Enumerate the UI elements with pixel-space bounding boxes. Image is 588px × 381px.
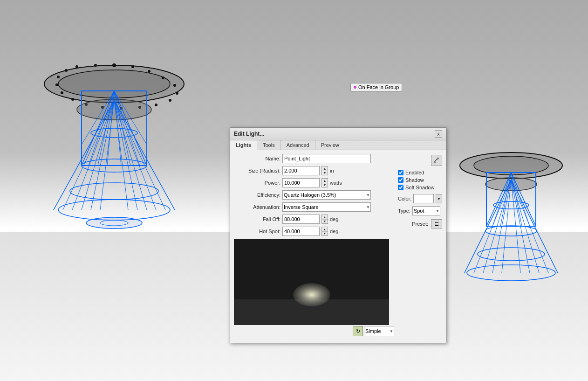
power-row: Power: ▲ ▼ watts	[234, 178, 394, 187]
preset-row: Preset: ☰	[398, 219, 442, 229]
soft-shadow-checkbox[interactable]	[398, 185, 403, 190]
enabled-label: Enabled	[405, 170, 424, 175]
wireframe-svg-right	[448, 140, 574, 289]
efficiency-select[interactable]: Quartz Halogen (3.5%) Incandescent (5%) …	[282, 190, 371, 200]
falloff-spinner[interactable]: ▲ ▼	[321, 215, 328, 224]
preview-area: ↻ Simple Full ▼	[234, 239, 394, 336]
svg-point-17	[57, 76, 60, 78]
tab-tools[interactable]: Tools	[257, 140, 281, 150]
wireframe-fixture-right	[448, 140, 574, 291]
tab-preview[interactable]: Preview	[315, 140, 345, 150]
hotspot-input[interactable]	[282, 227, 320, 236]
color-swatch[interactable]	[413, 194, 434, 203]
svg-point-20	[94, 64, 97, 67]
preview-mode-select[interactable]: Simple Full	[364, 326, 394, 336]
svg-point-75	[478, 248, 545, 261]
svg-line-34	[114, 100, 175, 210]
svg-point-4	[148, 70, 150, 73]
falloff-label: Fall Off:	[234, 216, 280, 222]
svg-point-73	[493, 201, 529, 209]
size-spinner-down[interactable]: ▼	[322, 171, 328, 175]
edit-light-dialog: Edit Light... x Lights Tools Advanced Pr…	[230, 127, 446, 343]
efficiency-row: Efficiency: Quartz Halogen (3.5%) Incand…	[234, 190, 394, 200]
power-unit: watts	[330, 180, 342, 186]
power-spinner-up[interactable]: ▲	[322, 179, 328, 183]
size-label: Size (Radius):	[234, 168, 280, 173]
preview-light-spot	[293, 283, 330, 306]
hotspot-label: Hot Spot:	[234, 229, 280, 234]
shadow-row: Shadow	[398, 177, 442, 183]
tab-lights[interactable]: Lights	[230, 140, 257, 150]
svg-point-21	[77, 99, 151, 120]
dialog-titlebar: Edit Light... x	[230, 128, 446, 140]
size-unit: in	[330, 168, 334, 173]
preview-mode-wrapper: Simple Full ▼	[364, 326, 394, 336]
falloff-spinner-up[interactable]: ▲	[322, 215, 328, 220]
falloff-spinner-down[interactable]: ▼	[322, 220, 328, 224]
color-dropdown-button[interactable]: ▼	[436, 194, 442, 203]
enabled-row: Enabled	[398, 170, 442, 175]
efficiency-label: Efficiency:	[234, 192, 280, 198]
attenuation-row: Attenuation: Inverse Square Linear Const…	[234, 202, 394, 212]
preset-button[interactable]: ☰	[431, 219, 442, 229]
eyedropper-icon	[433, 157, 440, 164]
wireframe-fixture-left	[28, 47, 200, 244]
falloff-input[interactable]	[282, 215, 320, 224]
svg-point-7	[176, 92, 178, 95]
svg-point-6	[173, 84, 176, 87]
dialog-right-panel: Enabled Shadow Soft Shadow Color: ▼	[398, 154, 442, 339]
preview-canvas	[234, 239, 389, 325]
shadow-checkbox[interactable]	[398, 177, 403, 183]
hotspot-row: Hot Spot: ▲ ▼ deg.	[234, 227, 394, 236]
hotspot-spinner[interactable]: ▲ ▼	[321, 227, 328, 236]
name-input[interactable]	[282, 154, 371, 163]
name-label: Name:	[234, 156, 280, 161]
svg-point-5	[162, 76, 164, 79]
svg-point-74	[485, 226, 537, 236]
tooltip-dot	[354, 86, 356, 89]
efficiency-select-wrapper: Quartz Halogen (3.5%) Incandescent (5%) …	[282, 190, 371, 200]
dialog-title: Edit Light...	[234, 131, 264, 137]
attenuation-select[interactable]: Inverse Square Linear Constant None	[282, 202, 371, 212]
svg-point-15	[61, 91, 63, 94]
type-row: Type: Spot Point Distant Area ▼	[398, 206, 442, 215]
dialog-form: Name: Size (Radius): ▲ ▼ in Power:	[234, 154, 394, 339]
hotspot-spinner-up[interactable]: ▲	[322, 227, 328, 232]
svg-point-76	[467, 265, 555, 281]
falloff-unit: deg.	[330, 216, 340, 222]
tab-advanced[interactable]: Advanced	[281, 140, 315, 150]
svg-point-18	[65, 69, 68, 72]
power-input[interactable]	[282, 178, 320, 187]
dialog-body: Name: Size (Radius): ▲ ▼ in Power:	[230, 150, 446, 343]
svg-point-2	[112, 63, 116, 67]
preview-controls: ↻ Simple Full ▼	[234, 326, 394, 336]
falloff-row: Fall Off: ▲ ▼ deg.	[234, 215, 394, 224]
size-spinner[interactable]: ▲ ▼	[321, 166, 328, 175]
name-row: Name:	[234, 154, 394, 163]
hotspot-unit: deg.	[330, 229, 340, 234]
dialog-close-button[interactable]: x	[435, 130, 442, 138]
tooltip-text: On Face in Group	[358, 84, 399, 90]
color-label: Color:	[398, 196, 411, 201]
svg-point-1	[58, 70, 170, 98]
wireframe-svg-left	[28, 47, 200, 242]
eyedropper-button[interactable]	[431, 155, 442, 166]
size-input[interactable]	[282, 166, 320, 175]
size-spinner-up[interactable]: ▲	[322, 166, 328, 171]
dialog-tabs: Lights Tools Advanced Preview	[230, 140, 446, 150]
svg-point-8	[169, 99, 171, 102]
svg-point-16	[55, 83, 58, 86]
power-spinner-down[interactable]: ▼	[322, 183, 328, 187]
type-select[interactable]: Spot Point Distant Area	[412, 206, 440, 215]
hotspot-spinner-down[interactable]: ▼	[322, 232, 328, 236]
preview-refresh-button[interactable]: ↻	[353, 326, 363, 336]
svg-point-9	[155, 104, 157, 106]
attenuation-select-wrapper: Inverse Square Linear Constant None ▼	[282, 202, 371, 212]
svg-line-33	[54, 100, 114, 210]
power-spinner[interactable]: ▲ ▼	[321, 178, 328, 187]
enabled-checkbox[interactable]	[398, 170, 403, 175]
svg-point-19	[75, 65, 78, 68]
size-row: Size (Radius): ▲ ▼ in	[234, 166, 394, 175]
svg-point-47	[70, 183, 158, 200]
svg-point-14	[71, 98, 74, 101]
